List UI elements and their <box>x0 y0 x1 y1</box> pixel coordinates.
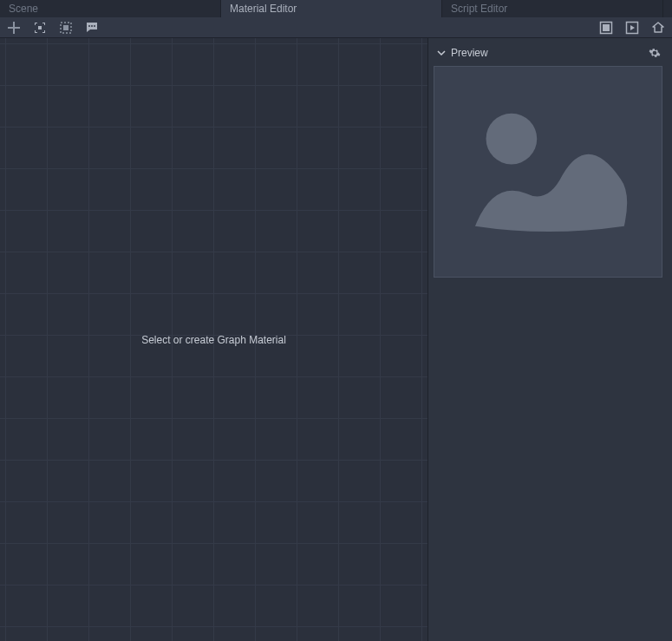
select-icon <box>59 21 73 35</box>
gear-icon <box>649 47 661 59</box>
plus-icon <box>8 22 20 34</box>
graph-placeholder-text: Select or create Graph Material <box>141 334 286 346</box>
tab-scene[interactable]: Scene <box>0 0 221 17</box>
chat-icon <box>85 21 99 35</box>
preview-header[interactable]: Preview <box>434 43 667 62</box>
image-placeholder-icon <box>457 88 639 256</box>
home-button[interactable] <box>649 19 667 36</box>
svg-point-2 <box>88 25 90 27</box>
home-icon <box>651 21 665 35</box>
comments-button[interactable] <box>83 19 101 36</box>
snap-grid-button[interactable] <box>31 19 49 36</box>
play-preview-button[interactable] <box>623 19 641 36</box>
toolbar <box>0 17 672 38</box>
preview-viewport[interactable] <box>434 66 662 278</box>
select-area-button[interactable] <box>57 19 75 36</box>
preview-title: Preview <box>451 47 641 59</box>
svg-point-8 <box>486 114 538 165</box>
svg-point-3 <box>91 25 93 27</box>
side-panel: Preview <box>428 38 672 641</box>
svg-rect-1 <box>63 25 69 30</box>
expand-view-button[interactable] <box>597 19 615 36</box>
add-node-button[interactable] <box>5 19 23 36</box>
preview-settings-button[interactable] <box>646 44 663 62</box>
tab-script-editor[interactable]: Script Editor <box>442 0 663 17</box>
svg-rect-6 <box>603 24 610 31</box>
chevron-down-icon <box>437 49 446 57</box>
snap-icon <box>33 21 47 35</box>
expand-icon <box>599 21 613 35</box>
main-area: Select or create Graph Material Preview <box>0 38 672 641</box>
svg-point-4 <box>94 25 95 27</box>
tab-label: Script Editor <box>451 3 507 15</box>
graph-editor[interactable]: Select or create Graph Material <box>0 38 428 641</box>
tab-bar: Scene Material Editor Script Editor <box>0 0 672 17</box>
tab-label: Scene <box>9 3 38 15</box>
tab-material-editor[interactable]: Material Editor <box>221 0 442 17</box>
tab-label: Material Editor <box>230 3 297 15</box>
play-icon <box>625 21 639 35</box>
